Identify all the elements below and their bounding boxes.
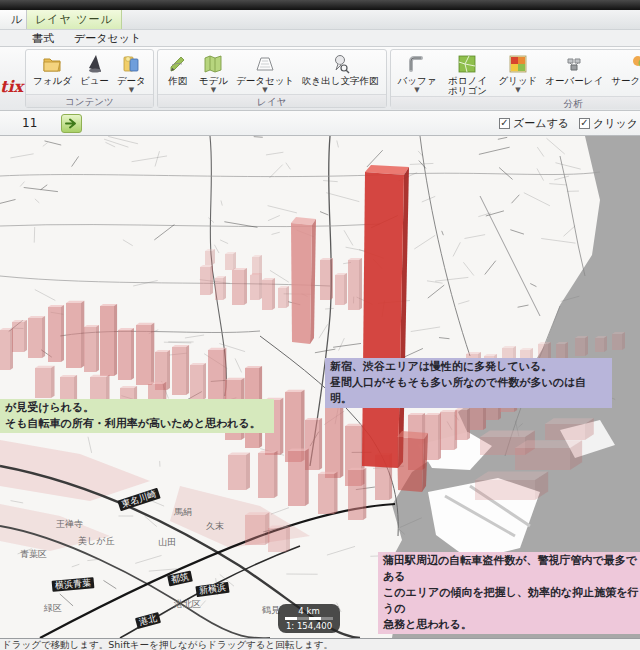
annotation-kamata-pink[interactable]: 蒲田駅周辺の自転車盗件数が、警視庁管内で最多であるこのエリアの傾向を把握し、効率… [378,552,640,634]
tab-format[interactable]: 書式 [22,30,64,46]
ribbon-group-layer: 作図 モデル ▼ データセット ▼ [157,49,387,108]
contextual-tab-layer-tools[interactable]: レイヤ ツール [27,10,122,29]
tab-partial[interactable]: ル [0,10,27,29]
group-label-contents: コンテンツ [26,94,153,107]
view-cone-icon [83,53,105,75]
grid-button[interactable]: グリッド ▼ [494,51,541,96]
data-icon [120,53,142,75]
overlay-icon [563,53,585,75]
buffer-button[interactable]: バッファ ▼ [394,51,441,96]
scale-bar [285,617,333,620]
map-viewport[interactable]: 東名川崎横浜青葉都筑新横浜港北王禅寺青葉区緑区港北区山田久末馬絹美しが丘鶴見 が… [0,136,640,638]
page-number: 11 [22,116,37,130]
data-button[interactable]: データ ▼ [113,51,150,94]
click-checkbox[interactable]: ✓ [579,118,590,129]
chevron-down-icon: ▼ [129,87,134,93]
map-scale-widget: 4 km 1: 154,400 [278,604,340,633]
ribbon-group-analysis: バッファ ▼ ボロノイポリゴン グリッド ▼ [390,49,640,108]
circle-analysis-button[interactable]: サークル分析 [607,51,640,96]
chevron-down-icon: ▼ [211,87,216,93]
zoom-checkbox[interactable]: ✓ [499,118,510,129]
speech-balloon-icon [329,53,351,75]
pencil-icon [167,53,189,75]
grid-heatmap-icon [507,53,529,75]
annotations-layer: が見受けられる。そも自転車の所有・利用率が高いためと思われる。新宿、渋谷エリアは… [0,136,640,638]
voronoi-icon [456,53,478,75]
scale-distance: 4 km [281,606,337,616]
view-toolbar: 11 ✓ ズームする ✓ クリック [0,111,640,136]
chevron-down-icon: ▼ [414,87,419,93]
status-bar: ドラッグで移動します。Shiftキーを押しながらドラッグすると回転します。 [0,638,640,650]
dataset-sheet-icon [254,53,276,75]
annotation-left-green[interactable]: が見受けられる。そも自転車の所有・利用率が高いためと思われる。 [0,399,274,433]
view-button[interactable]: ビュー [76,51,113,94]
ribbon: tix フォルダ ビュー [0,47,640,111]
application-window: ル レイヤ ツール 書式 データセット tix フォルダ ビュー [0,0,640,650]
tab-dataset[interactable]: データセット [64,30,151,46]
folder-button[interactable]: フォルダ [29,51,76,94]
overlay-button[interactable]: オーバーレイ [541,51,607,96]
app-logo: tix [0,47,23,110]
dataset-button[interactable]: データセット ▼ [232,51,298,94]
click-checkbox-label: ✓ クリック [579,116,638,131]
voronoi-polygon-button[interactable]: ボロノイポリゴン [440,51,494,96]
ribbon-tab-row: 書式 データセット [0,30,640,47]
chevron-down-icon: ▼ [262,87,267,93]
go-button[interactable] [61,114,82,133]
chevron-down-icon: ▼ [515,87,520,93]
model-button[interactable]: モデル ▼ [195,51,232,94]
scale-ratio: 1: 154,400 [281,621,337,631]
buffer-icon [406,53,428,75]
ribbon-group-contents: フォルダ ビュー データ ▼ コンテンツ [25,49,154,108]
ribbon-contextual-row: ル レイヤ ツール [0,10,640,30]
circle-analysis-icon [629,53,640,75]
balloon-text-draw-button[interactable]: 吹き出し文字作図 [298,51,382,94]
draw-button[interactable]: 作図 [161,51,195,94]
window-titlebar [0,0,640,10]
annotation-shinjuku-purple[interactable]: 新宿、渋谷エリアは慢性的に多発している。昼間人口がそもそも多い所なので件数が多い… [325,358,612,408]
group-label-layer: レイヤ [158,94,386,107]
zoom-checkbox-label: ✓ ズームする [499,116,569,131]
folder-icon [41,53,63,75]
green-arrow-icon [65,118,78,129]
model-map-icon [202,53,224,75]
group-label-analysis: 分析 [391,96,640,109]
